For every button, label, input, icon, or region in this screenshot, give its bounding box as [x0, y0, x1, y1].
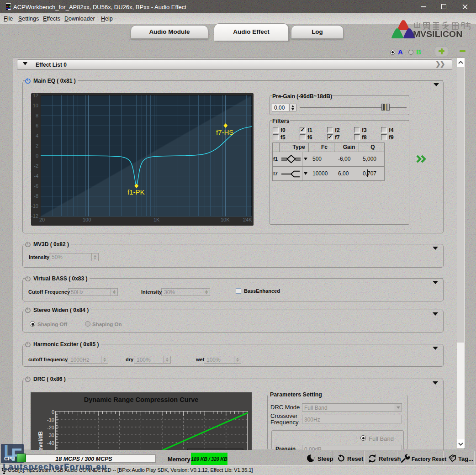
svg-text:f1-PK: f1-PK [127, 188, 145, 196]
svg-text:f7-HS: f7-HS [216, 128, 233, 136]
